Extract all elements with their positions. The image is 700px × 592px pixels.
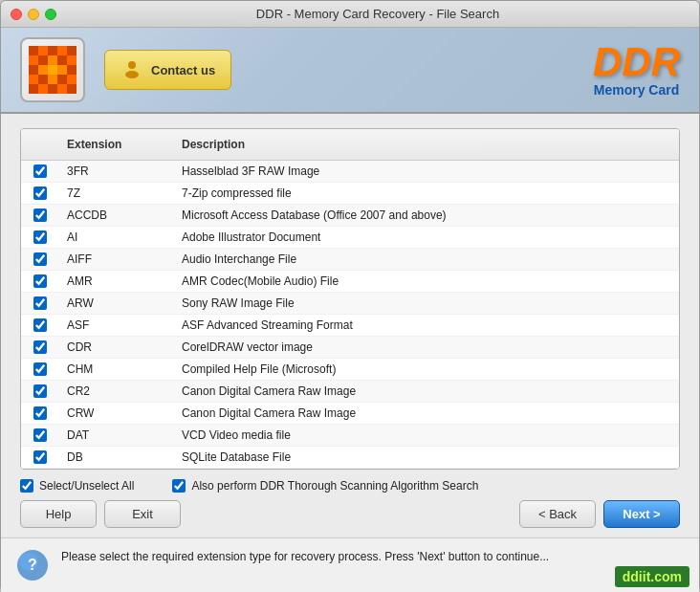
table-row: ARW Sony RAW Image File bbox=[21, 293, 679, 315]
row-description: Sony RAW Image File bbox=[174, 293, 679, 314]
svg-rect-13 bbox=[57, 65, 67, 75]
main-content: Extension Description 3FR Hasselblad 3F … bbox=[1, 114, 699, 537]
svg-rect-2 bbox=[48, 46, 57, 55]
svg-rect-22 bbox=[48, 84, 57, 94]
info-icon: ? bbox=[15, 548, 50, 582]
logo-icon bbox=[29, 46, 77, 94]
row-checkbox-cell bbox=[21, 227, 59, 248]
row-checkbox-7[interactable] bbox=[33, 318, 47, 332]
row-description: VCD Video media file bbox=[174, 425, 679, 446]
row-checkbox-13[interactable] bbox=[33, 450, 47, 464]
row-checkbox-10[interactable] bbox=[33, 384, 47, 398]
row-extension: CHM bbox=[59, 359, 174, 380]
checkbox-row: Select/Unselect All Also perform DDR Tho… bbox=[20, 479, 680, 493]
back-button[interactable]: < Back bbox=[519, 500, 596, 528]
row-checkbox-0[interactable] bbox=[33, 164, 47, 178]
row-extension: 7Z bbox=[59, 183, 174, 204]
row-description: Hasselblad 3F RAW Image bbox=[174, 161, 679, 182]
exit-button[interactable]: Exit bbox=[104, 500, 181, 528]
svg-rect-19 bbox=[67, 75, 77, 84]
row-checkbox-12[interactable] bbox=[33, 428, 47, 442]
row-extension: 3FR bbox=[59, 161, 174, 182]
table-row: CDR CorelDRAW vector image bbox=[21, 337, 679, 359]
svg-rect-9 bbox=[67, 55, 77, 65]
svg-rect-17 bbox=[48, 75, 57, 84]
svg-rect-1 bbox=[38, 46, 48, 55]
svg-rect-20 bbox=[29, 84, 38, 94]
svg-rect-3 bbox=[57, 46, 67, 55]
row-extension: DAT bbox=[59, 425, 174, 446]
minimize-button[interactable] bbox=[28, 9, 39, 20]
svg-rect-6 bbox=[38, 55, 48, 65]
row-description: CorelDRAW vector image bbox=[174, 337, 679, 358]
header: Contact us DDR Memory Card bbox=[1, 28, 699, 114]
next-button[interactable]: Next > bbox=[603, 500, 680, 528]
svg-rect-14 bbox=[67, 65, 77, 75]
svg-rect-0 bbox=[29, 46, 38, 55]
bottom-controls: Select/Unselect All Also perform DDR Tho… bbox=[20, 479, 680, 528]
row-description: Canon Digital Camera Raw Image bbox=[174, 403, 679, 424]
svg-rect-4 bbox=[67, 46, 77, 55]
svg-rect-12 bbox=[48, 65, 57, 75]
row-checkbox-cell bbox=[21, 381, 59, 402]
thorough-scan-label[interactable]: Also perform DDR Thorough Scanning Algor… bbox=[172, 479, 478, 493]
row-extension: ACCDB bbox=[59, 205, 174, 226]
row-checkbox-8[interactable] bbox=[33, 340, 47, 354]
row-checkbox-3[interactable] bbox=[33, 230, 47, 244]
table-row: CRW Canon Digital Camera Raw Image bbox=[21, 403, 679, 425]
close-button[interactable] bbox=[11, 9, 22, 20]
table-row: ACCDB Microsoft Access Database (Office … bbox=[21, 205, 679, 227]
row-checkbox-4[interactable] bbox=[33, 252, 47, 266]
help-button[interactable]: Help bbox=[20, 500, 97, 528]
row-checkbox-cell bbox=[21, 293, 59, 314]
svg-rect-7 bbox=[48, 55, 57, 65]
table-header: Extension Description bbox=[21, 129, 679, 161]
table-row: 7Z 7-Zip compressed file bbox=[21, 183, 679, 205]
brand-area: DDR Memory Card bbox=[593, 42, 680, 98]
row-description: Compiled Help File (Microsoft) bbox=[174, 359, 679, 380]
row-checkbox-5[interactable] bbox=[33, 274, 47, 288]
thorough-scan-checkbox[interactable] bbox=[172, 479, 186, 493]
row-checkbox-11[interactable] bbox=[33, 406, 47, 420]
row-checkbox-6[interactable] bbox=[33, 296, 47, 310]
row-checkbox-cell bbox=[21, 249, 59, 270]
table-row: CHM Compiled Help File (Microsoft) bbox=[21, 359, 679, 381]
svg-rect-8 bbox=[57, 55, 67, 65]
row-description: ASF Advanced Streaming Format bbox=[174, 315, 679, 336]
col-extension: Extension bbox=[59, 134, 174, 155]
table-row: AMR AMR Codec(Mobile Audio) File bbox=[21, 271, 679, 293]
table-row: AI Adobe Illustrator Document bbox=[21, 227, 679, 249]
row-description: AMR Codec(Mobile Audio) File bbox=[174, 271, 679, 292]
row-checkbox-9[interactable] bbox=[33, 362, 47, 376]
row-description: Microsoft Access Database (Office 2007 a… bbox=[174, 205, 679, 226]
svg-rect-15 bbox=[29, 75, 38, 84]
svg-point-26 bbox=[125, 71, 139, 78]
table-row: 3FR Hasselblad 3F RAW Image bbox=[21, 161, 679, 183]
file-type-table: Extension Description 3FR Hasselblad 3F … bbox=[20, 128, 680, 470]
row-extension: DB bbox=[59, 447, 174, 468]
contact-button[interactable]: Contact us bbox=[104, 50, 231, 90]
select-all-label[interactable]: Select/Unselect All bbox=[20, 479, 134, 493]
row-checkbox-cell bbox=[21, 447, 59, 468]
svg-rect-24 bbox=[67, 84, 77, 94]
table-row: DB SQLite Database File bbox=[21, 447, 679, 469]
row-checkbox-1[interactable] bbox=[33, 186, 47, 200]
window-title: DDR - Memory Card Recovery - File Search bbox=[66, 7, 689, 21]
traffic-lights bbox=[11, 9, 56, 20]
maximize-button[interactable] bbox=[45, 9, 56, 20]
svg-rect-5 bbox=[29, 55, 38, 65]
svg-point-25 bbox=[128, 61, 136, 69]
row-description: SQLite Database File bbox=[174, 447, 679, 468]
row-checkbox-cell bbox=[21, 161, 59, 182]
col-check bbox=[21, 134, 59, 155]
select-all-checkbox[interactable] bbox=[20, 479, 33, 493]
row-extension: CR2 bbox=[59, 381, 174, 402]
row-checkbox-cell bbox=[21, 425, 59, 446]
table-row: CR2 Canon Digital Camera Raw Image bbox=[21, 381, 679, 403]
info-bar: ? Please select the required extension t… bbox=[1, 537, 699, 592]
row-description: Canon Digital Camera Raw Image bbox=[174, 381, 679, 402]
table-row: ASF ASF Advanced Streaming Format bbox=[21, 315, 679, 337]
row-checkbox-2[interactable] bbox=[33, 208, 47, 222]
row-description: Adobe Illustrator Document bbox=[174, 227, 679, 248]
row-checkbox-cell bbox=[21, 315, 59, 336]
